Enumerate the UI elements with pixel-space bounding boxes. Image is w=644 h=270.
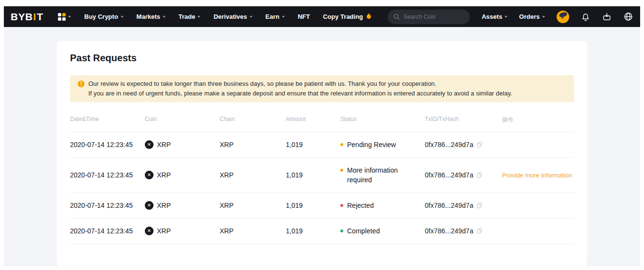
coin-name: XRP [157, 170, 171, 180]
notifications-bell-icon[interactable] [581, 12, 590, 22]
search-icon [393, 13, 400, 20]
header-operation: 操作 [502, 116, 574, 124]
header-amount: Amount [286, 116, 340, 124]
cell-coin: ✕ XRP [145, 226, 220, 236]
notice-banner: ! Our review is expected to take longer … [70, 75, 574, 102]
cell-datetime: 2020-07-14 12:23:45 [70, 140, 145, 149]
txid-text: 0fx786...249d7a [425, 226, 473, 236]
warning-icon: ! [78, 81, 84, 87]
header-txid: TxID/TxHash [425, 116, 502, 124]
nav-item-assets[interactable]: Assets [482, 13, 508, 20]
page-frame: BYBIT Buy Crypto Markets Trade Derivativ… [4, 6, 640, 267]
apps-grid-button[interactable] [58, 13, 71, 21]
notice-line-1: Our review is expected to take longer th… [88, 79, 512, 89]
status-label: Completed [347, 226, 380, 236]
provide-more-info-link[interactable]: Provide more information [502, 172, 572, 179]
nav-item-earn[interactable]: Earn [266, 13, 285, 20]
cell-chain: XRP [220, 201, 286, 210]
nav-item-orders[interactable]: Orders [519, 13, 545, 20]
main-nav: Buy Crypto Markets Trade Derivatives Ear… [84, 13, 372, 20]
search-box[interactable] [388, 10, 470, 24]
xrp-coin-icon: ✕ [145, 171, 154, 179]
cell-datetime: 2020-07-14 12:23:45 [70, 226, 145, 236]
copy-icon[interactable] [476, 202, 483, 209]
xrp-coin-icon: ✕ [145, 140, 154, 149]
table-row: 2020-07-14 12:23:45 ✕ XRP XRP 1,019 Pend… [70, 132, 574, 158]
cell-status: Completed [340, 226, 425, 236]
chevron-down-icon [542, 16, 545, 18]
header-coin: Coin [145, 116, 220, 124]
status-label: Rejected [347, 201, 374, 210]
cell-status: More information required [340, 165, 425, 185]
cell-txid: 0fx786...249d7a [425, 140, 502, 149]
chevron-down-icon [68, 16, 71, 18]
chevron-down-icon [504, 16, 507, 18]
table-row: 2020-07-14 12:23:45 ✕ XRP XRP 1,019 Comp… [70, 218, 574, 244]
cell-status: Pending Review [340, 140, 425, 149]
requests-table: Date&Time Coin Chain Amount Status TxID/… [70, 102, 574, 244]
top-nav: BYBIT Buy Crypto Markets Trade Derivativ… [4, 6, 640, 27]
copy-icon[interactable] [476, 228, 483, 234]
download-icon[interactable] [602, 12, 612, 22]
status-dot-icon [340, 230, 343, 232]
bybit-logo[interactable]: BYBIT [11, 11, 43, 23]
logo-text: BYB [11, 11, 33, 22]
cell-amount: 1,019 [286, 140, 340, 149]
chevron-down-icon [282, 16, 285, 18]
notice-text: Our review is expected to take longer th… [88, 79, 512, 98]
header-status: Status [340, 116, 425, 124]
chevron-down-icon [121, 16, 124, 18]
status-label: Pending Review [347, 140, 396, 149]
cell-txid: 0fx786...249d7a [425, 201, 502, 210]
txid-text: 0fx786...249d7a [425, 170, 473, 180]
flame-icon [366, 13, 371, 19]
header-chain: Chain [220, 116, 286, 124]
cell-amount: 1,019 [286, 226, 340, 236]
coin-name: XRP [157, 140, 171, 149]
search-input[interactable] [404, 14, 462, 20]
cell-txid: 0fx786...249d7a [425, 226, 502, 236]
txid-text: 0fx786...249d7a [425, 140, 473, 149]
table-row: 2020-07-14 12:23:45 ✕ XRP XRP 1,019 Reje… [70, 193, 574, 218]
logo-text: T [37, 11, 43, 22]
page-title: Past Requests [70, 41, 574, 64]
table-body: 2020-07-14 12:23:45 ✕ XRP XRP 1,019 Pend… [70, 132, 574, 244]
language-globe-icon[interactable] [623, 12, 633, 22]
copy-icon[interactable] [476, 141, 483, 148]
nav-item-buy-crypto[interactable]: Buy Crypto [84, 13, 124, 20]
cell-chain: XRP [220, 170, 286, 180]
txid-text: 0fx786...249d7a [425, 201, 473, 210]
cell-chain: XRP [220, 140, 286, 149]
table-header-row: Date&Time Coin Chain Amount Status TxID/… [70, 102, 574, 132]
nav-item-trade[interactable]: Trade [179, 13, 201, 20]
chevron-down-icon [197, 16, 200, 18]
cell-coin: ✕ XRP [145, 140, 220, 149]
status-dot-icon [340, 204, 343, 207]
cell-coin: ✕ XRP [145, 201, 220, 210]
chevron-down-icon [250, 16, 252, 18]
cell-datetime: 2020-07-14 12:23:45 [70, 170, 145, 180]
status-dot-icon [340, 143, 343, 146]
nav-right: Assets Orders [482, 11, 633, 23]
cell-coin: ✕ XRP [145, 170, 220, 180]
cell-amount: 1,019 [286, 201, 340, 210]
apps-grid-icon [58, 13, 66, 21]
table-row: 2020-07-14 12:23:45 ✕ XRP XRP 1,019 More… [70, 158, 574, 193]
coin-name: XRP [157, 226, 171, 236]
cell-datetime: 2020-07-14 12:23:45 [70, 201, 145, 210]
nav-item-nft[interactable]: NFT [298, 13, 310, 20]
copy-icon[interactable] [476, 172, 483, 178]
user-avatar[interactable] [557, 11, 569, 23]
logo-accent: I [33, 11, 37, 22]
page-background: Past Requests ! Our review is expected t… [4, 27, 640, 267]
xrp-coin-icon: ✕ [145, 227, 154, 235]
notice-line-2: If you are in need of urgent funds, plea… [88, 89, 512, 98]
nav-item-copy-trading[interactable]: Copy Trading [323, 13, 371, 20]
nav-item-derivatives[interactable]: Derivatives [213, 13, 252, 20]
xrp-coin-icon: ✕ [145, 201, 154, 210]
past-requests-card: Past Requests ! Our review is expected t… [57, 41, 587, 267]
cell-chain: XRP [220, 226, 286, 236]
status-label: More information required [347, 165, 409, 185]
cell-status: Rejected [340, 201, 425, 210]
nav-item-markets[interactable]: Markets [137, 13, 166, 20]
